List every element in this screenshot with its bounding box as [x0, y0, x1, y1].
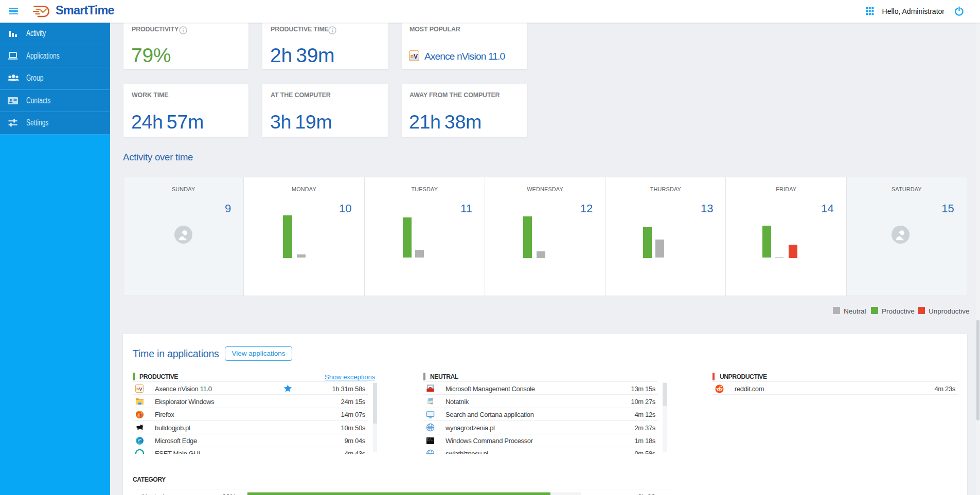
svg-text:V: V — [414, 52, 418, 60]
svg-text:V: V — [139, 386, 142, 392]
svg-text:C:\_: C:\_ — [427, 438, 433, 441]
